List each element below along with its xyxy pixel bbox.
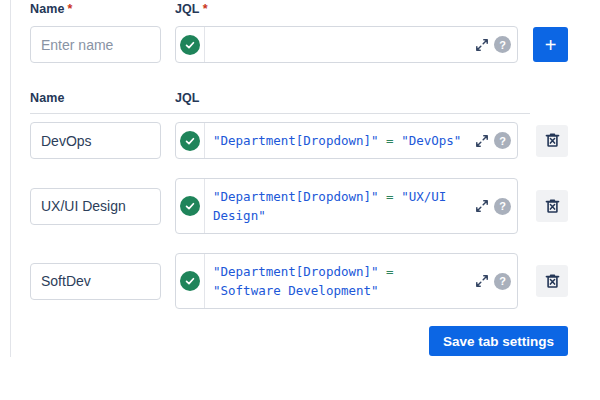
add-form-labels: Name* JQL* <box>30 2 568 16</box>
panel-left-border <box>10 0 11 357</box>
jql-status-cell <box>176 179 204 233</box>
expand-arrows-icon[interactable] <box>474 198 490 214</box>
jql-column-header: JQL <box>175 91 200 105</box>
check-circle-icon <box>180 35 200 55</box>
trash-icon <box>544 273 561 290</box>
jql-query-text: "Department[Dropdown]" = "DevOps" <box>213 123 465 158</box>
jql-editor-icons: ? <box>474 27 517 62</box>
jql-editor-icons: ? <box>474 179 517 233</box>
delete-tab-button[interactable] <box>536 190 568 222</box>
jql-query-area[interactable]: "Department[Dropdown]" = "UX/UI Design" <box>205 179 474 233</box>
jql-field-token: "Department[Dropdown]" <box>213 133 379 148</box>
tab-jql-editor: "Department[Dropdown]" = "DevOps" ? <box>175 122 518 159</box>
jql-operator-token: = <box>386 189 394 204</box>
jql-status-cell <box>176 123 204 158</box>
check-circle-icon <box>180 196 200 216</box>
jql-query-text: "Department[Dropdown]" = "UX/UI Design" <box>213 179 465 233</box>
new-tab-jql-editor: ? <box>175 26 518 63</box>
add-tab-form-row: ? + <box>30 26 568 63</box>
jql-query-area[interactable]: "Department[Dropdown]" = "Software Devel… <box>205 254 474 308</box>
jql-field-token: "Department[Dropdown]" <box>213 264 379 279</box>
tab-jql-editor: "Department[Dropdown]" = "Software Devel… <box>175 253 518 309</box>
question-circle-icon[interactable]: ? <box>494 132 511 149</box>
jql-divider <box>204 27 205 62</box>
jql-required-marker: * <box>203 2 208 16</box>
question-circle-icon[interactable]: ? <box>494 36 511 53</box>
jql-editor-icons: ? <box>474 123 517 158</box>
save-tab-settings-button[interactable]: Save tab settings <box>429 326 568 356</box>
jql-value-token: "DevOps" <box>401 133 461 148</box>
delete-tab-button[interactable] <box>536 125 568 157</box>
table-row: "Department[Dropdown]" = "DevOps" ? <box>30 122 568 159</box>
header-divider <box>30 113 530 114</box>
jql-value-token: "Software Development" <box>213 283 379 298</box>
trash-icon <box>544 198 561 215</box>
saved-tabs-list: "Department[Dropdown]" = "DevOps" ? <box>30 122 568 309</box>
tab-settings-panel: Name* JQL* ? <box>30 2 568 356</box>
jql-operator-token: = <box>386 133 394 148</box>
jql-query-area[interactable]: "Department[Dropdown]" = "DevOps" <box>205 123 474 158</box>
delete-tab-button[interactable] <box>536 265 568 297</box>
jql-status-cell <box>176 254 204 308</box>
question-circle-icon[interactable]: ? <box>494 198 511 215</box>
check-circle-icon <box>180 271 200 291</box>
name-required-marker: * <box>67 2 72 16</box>
saved-tabs-header: Name JQL <box>30 91 568 105</box>
expand-arrows-icon[interactable] <box>474 273 490 289</box>
name-label-text: Name <box>30 2 64 16</box>
jql-status-cell <box>176 27 204 62</box>
trash-icon <box>544 132 561 149</box>
add-tab-button[interactable]: + <box>533 27 568 62</box>
tab-name-input[interactable] <box>30 122 161 159</box>
new-tab-name-input[interactable] <box>30 26 161 63</box>
jql-field-label: JQL* <box>175 2 208 16</box>
name-field-label: Name* <box>30 2 175 16</box>
jql-editor-icons: ? <box>474 254 517 308</box>
tab-name-input[interactable] <box>30 263 161 300</box>
new-tab-jql-input[interactable] <box>213 27 474 62</box>
tab-name-input[interactable] <box>30 188 161 225</box>
tab-jql-editor: "Department[Dropdown]" = "UX/UI Design" … <box>175 178 518 234</box>
jql-operator-token: = <box>386 264 394 279</box>
jql-field-token: "Department[Dropdown]" <box>213 189 379 204</box>
name-column-header: Name <box>30 91 175 105</box>
footer-actions: Save tab settings <box>30 326 568 356</box>
table-row: "Department[Dropdown]" = "Software Devel… <box>30 253 568 309</box>
jql-query-text: "Department[Dropdown]" = "Software Devel… <box>213 254 465 308</box>
check-circle-icon <box>180 131 200 151</box>
question-circle-icon[interactable]: ? <box>494 273 511 290</box>
table-row: "Department[Dropdown]" = "UX/UI Design" … <box>30 178 568 234</box>
expand-arrows-icon[interactable] <box>474 133 490 149</box>
expand-arrows-icon[interactable] <box>474 37 490 53</box>
jql-label-text: JQL <box>175 2 200 16</box>
